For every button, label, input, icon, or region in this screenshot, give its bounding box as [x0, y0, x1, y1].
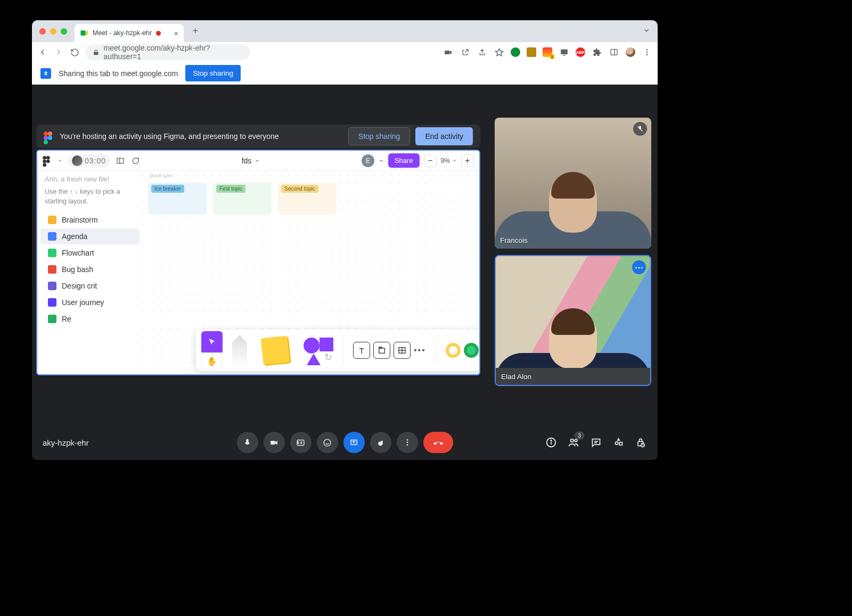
- template-icon: [48, 282, 56, 290]
- svg-point-33: [406, 444, 408, 446]
- frame-nav-icon[interactable]: [116, 156, 125, 166]
- open-external-icon[interactable]: [460, 47, 470, 58]
- activity-text: You're hosting an activity using Figma, …: [60, 132, 279, 141]
- collaborator-avatar[interactable]: E: [362, 154, 374, 167]
- meet-controls: aky-hzpk-ehr 3: [32, 425, 658, 460]
- back-button[interactable]: [37, 47, 48, 58]
- timer-widget[interactable]: 03:00: [68, 154, 110, 167]
- section-tool[interactable]: [373, 342, 390, 359]
- canvas-card[interactable]: Second topic: [278, 183, 337, 215]
- leave-call-button[interactable]: [423, 432, 453, 453]
- browser-toolbar: meet.google.com/aky-hzpk-ehr?authuser=1 …: [32, 42, 658, 62]
- doc-title[interactable]: fds: [242, 157, 260, 165]
- canvas-card[interactable]: First topic: [213, 183, 272, 215]
- svg-rect-0: [80, 30, 85, 35]
- sidebar-heading: Ahh, a fresh new file!: [37, 175, 143, 187]
- sticker-tool[interactable]: [464, 343, 479, 358]
- tab-share-icon: [40, 68, 51, 79]
- stamp-tool[interactable]: [446, 343, 461, 358]
- muted-icon: [633, 122, 647, 136]
- table-tool[interactable]: [394, 342, 411, 359]
- captions-button[interactable]: [290, 432, 312, 453]
- kebab-menu-icon[interactable]: [642, 47, 652, 58]
- text-tool[interactable]: T: [353, 342, 370, 359]
- participant-count-badge: 3: [575, 432, 584, 439]
- raise-hand-button[interactable]: [370, 432, 391, 453]
- ext-abp-icon[interactable]: ABP: [576, 47, 585, 57]
- more-options-button[interactable]: [397, 432, 418, 453]
- canvas-card[interactable]: Ice breaker: [148, 183, 207, 215]
- ext-books-icon[interactable]: [527, 47, 536, 57]
- tabs-menu-icon[interactable]: [643, 27, 650, 36]
- bookmark-star-icon[interactable]: [494, 47, 504, 58]
- camera-indicator-icon[interactable]: [443, 47, 453, 58]
- template-item[interactable]: Bug bash: [40, 261, 140, 277]
- svg-point-9: [44, 132, 48, 136]
- marker-tool[interactable]: [232, 335, 247, 366]
- ext-screen-icon[interactable]: [559, 47, 569, 58]
- svg-point-6: [646, 49, 648, 51]
- select-tool[interactable]: [201, 331, 223, 352]
- close-window-icon[interactable]: [39, 28, 46, 35]
- host-controls-button[interactable]: [634, 436, 647, 449]
- svg-rect-4: [611, 50, 617, 55]
- figma-share-button[interactable]: Share: [388, 153, 420, 168]
- more-tools-button[interactable]: •••: [414, 346, 426, 355]
- sticky-note-tool[interactable]: [261, 336, 290, 365]
- figjam-canvas[interactable]: Quick sync Ice breaker First topic Secon…: [143, 171, 479, 374]
- mic-button[interactable]: [237, 432, 258, 453]
- chevron-down-icon[interactable]: [379, 158, 384, 163]
- template-label: Design crit: [62, 282, 97, 290]
- zoom-level[interactable]: 9%: [441, 157, 457, 165]
- template-icon: [48, 249, 56, 257]
- close-tab-icon[interactable]: ×: [174, 29, 178, 38]
- figjam-menu-icon[interactable]: [43, 156, 52, 166]
- minimize-window-icon[interactable]: [50, 28, 56, 35]
- zoom-in-button[interactable]: +: [461, 154, 474, 167]
- template-item[interactable]: Agenda: [40, 228, 140, 244]
- figma-canvas-area: Ahh, a fresh new file! Use the ↑ ↓ keys …: [37, 171, 479, 374]
- template-item[interactable]: Design crit: [40, 278, 140, 294]
- activity-stop-sharing-button[interactable]: Stop sharing: [348, 127, 411, 145]
- participant-tile[interactable]: Francois: [495, 118, 651, 249]
- svg-point-16: [43, 159, 46, 163]
- people-button[interactable]: 3: [567, 436, 580, 449]
- sidepanel-icon[interactable]: [609, 47, 619, 58]
- comment-icon[interactable]: [130, 156, 140, 166]
- forward-button[interactable]: [53, 47, 64, 58]
- template-item[interactable]: Brainstorm: [40, 212, 140, 228]
- camera-button[interactable]: [264, 432, 285, 453]
- svg-point-7: [646, 52, 648, 53]
- template-item[interactable]: Flowchart: [40, 245, 140, 261]
- reload-button[interactable]: [69, 47, 80, 58]
- template-item[interactable]: User journey: [40, 294, 140, 310]
- template-icon: [48, 298, 56, 307]
- presentation-tile: 03:00 fds E Share − 9% +: [36, 150, 480, 375]
- info-button[interactable]: [545, 436, 558, 449]
- shapes-tool[interactable]: ↻: [304, 335, 333, 365]
- participant-tile-self[interactable]: ⋯ Elad Alon: [495, 255, 651, 386]
- browser-tab[interactable]: Meet - aky-hzpk-ehr ×: [75, 24, 184, 42]
- hand-tool[interactable]: ✋: [201, 352, 223, 369]
- url-text: meet.google.com/aky-hzpk-ehr?authuser=1: [104, 44, 243, 61]
- extensions-puzzle-icon[interactable]: [592, 47, 602, 58]
- activities-button[interactable]: [612, 436, 625, 449]
- tab-share-text: Sharing this tab to meet.google.com: [59, 69, 178, 78]
- activity-end-button[interactable]: End activity: [415, 127, 473, 145]
- tile-more-icon[interactable]: ⋯: [632, 260, 646, 274]
- maximize-window-icon[interactable]: [61, 28, 67, 35]
- chevron-down-icon[interactable]: [58, 158, 62, 163]
- ext-shield-icon[interactable]: [511, 47, 520, 57]
- stop-sharing-tab-button[interactable]: Stop sharing: [185, 65, 241, 81]
- new-tab-button[interactable]: +: [188, 24, 203, 39]
- present-button[interactable]: [343, 432, 365, 453]
- profile-avatar-icon[interactable]: [626, 47, 635, 57]
- address-bar[interactable]: meet.google.com/aky-hzpk-ehr?authuser=1: [85, 44, 250, 60]
- svg-rect-21: [379, 348, 385, 353]
- ext-scissors-icon[interactable]: 1: [543, 47, 552, 57]
- share-icon[interactable]: [477, 47, 487, 58]
- chat-button[interactable]: [589, 436, 602, 449]
- template-item[interactable]: Re: [40, 311, 140, 327]
- reactions-button[interactable]: [317, 432, 338, 453]
- zoom-out-button[interactable]: −: [424, 154, 437, 167]
